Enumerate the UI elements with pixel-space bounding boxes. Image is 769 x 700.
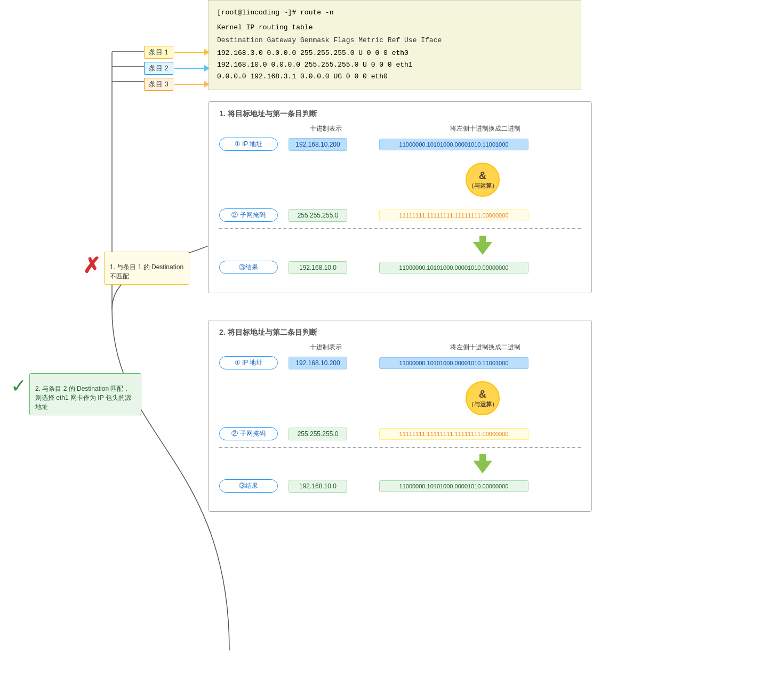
terminal-title: Kernel IP routing table bbox=[217, 22, 572, 34]
s1-dashed-line bbox=[219, 228, 581, 229]
s2-col1-header: 十进制表示 bbox=[294, 343, 358, 352]
s2-ip-label: ① IP 地址 bbox=[219, 356, 278, 369]
s2-and-symbol: & bbox=[479, 388, 486, 400]
section2-box: 2. 将目标地址与第二条目判断 十进制表示 将左侧十进制换成二进制 ① IP 地… bbox=[208, 320, 592, 512]
route-label-3: 条目 3 bbox=[144, 78, 205, 91]
s2-down-arrow bbox=[472, 454, 493, 473]
s1-mask-binary: 11111111.11111111.11111111.00000000 bbox=[379, 210, 528, 221]
s2-col2-header: 将左侧十进制换成二进制 bbox=[390, 343, 581, 352]
route-label-1: 条目 1 bbox=[144, 46, 205, 59]
label-box-1: 条目 1 bbox=[144, 46, 173, 59]
s1-ip-label: ① IP 地址 bbox=[219, 138, 278, 151]
terminal-command: [root@lincoding ~]# route -n bbox=[217, 7, 572, 19]
terminal-row-1: 192.168.3.0 0.0.0.0 255.255.255.0 U 0 0 … bbox=[217, 47, 572, 59]
s1-and-sub: （与运算） bbox=[468, 182, 498, 190]
s2-mask-binary: 11111111.11111111.11111111.00000000 bbox=[379, 428, 528, 440]
route-labels: 条目 1 条目 2 条目 3 bbox=[144, 46, 205, 91]
s1-result-decimal: 192.168.10.0 bbox=[289, 261, 347, 274]
annotation-match: 2. 与条目 2 的 Destination 匹配， 则选择 eth1 网卡作为… bbox=[29, 373, 141, 415]
terminal-row-2: 192.168.10.0 0.0.0.0 255.255.255.0 U 0 0… bbox=[217, 59, 572, 71]
annotation-mismatch: 1. 与条目 1 的 Destination 不匹配 bbox=[104, 252, 189, 285]
s2-mask-label: ② 子网掩码 bbox=[219, 427, 278, 440]
s2-result-label: ③结果 bbox=[219, 479, 278, 493]
s1-ip-decimal: 192.168.10.200 bbox=[289, 138, 347, 151]
s1-col2-header: 将左侧十进制换成二进制 bbox=[390, 124, 581, 133]
terminal-headers: Destination Gateway Genmask Flags Metric… bbox=[217, 35, 572, 46]
s1-mask-decimal: 255.255.255.0 bbox=[289, 209, 347, 222]
s2-ip-binary: 11000000.10101000.00001010.11001000 bbox=[379, 357, 528, 369]
x-mark: ✗ bbox=[83, 253, 101, 278]
s2-and-circle: & （与运算） bbox=[466, 381, 500, 415]
s1-and-circle: & （与运算） bbox=[466, 163, 500, 197]
s2-dashed-line bbox=[219, 447, 581, 448]
s2-result-decimal: 192.168.10.0 bbox=[289, 480, 347, 493]
section2-title: 2. 将目标地址与第二条目判断 bbox=[219, 328, 581, 337]
s1-result-binary: 11000000.10101000.00001010.00000000 bbox=[379, 262, 528, 273]
svg-marker-8 bbox=[473, 454, 492, 473]
svg-marker-7 bbox=[473, 236, 492, 255]
label-box-2: 条目 2 bbox=[144, 62, 173, 75]
check-mark: ✓ bbox=[11, 375, 27, 397]
s2-ip-decimal: 192.168.10.200 bbox=[289, 357, 347, 369]
s1-result-label: ③结果 bbox=[219, 261, 278, 274]
terminal-box: [root@lincoding ~]# route -n Kernel IP r… bbox=[208, 0, 581, 90]
terminal-row-3: 0.0.0.0 192.168.3.1 0.0.0.0 UG 0 0 0 eth… bbox=[217, 71, 572, 83]
s1-col1-header: 十进制表示 bbox=[294, 124, 358, 133]
section1-box: 1. 将目标地址与第一条目判断 十进制表示 将左侧十进制换成二进制 ① IP 地… bbox=[208, 101, 592, 293]
s2-and-sub: （与运算） bbox=[468, 400, 498, 408]
s2-result-binary: 11000000.10101000.00001010.00000000 bbox=[379, 480, 528, 492]
section1-title: 1. 将目标地址与第一条目判断 bbox=[219, 109, 581, 119]
s1-and-symbol: & bbox=[479, 170, 486, 182]
s2-mask-decimal: 255.255.255.0 bbox=[289, 428, 347, 440]
route-label-2: 条目 2 bbox=[144, 62, 205, 75]
label-box-3: 条目 3 bbox=[144, 78, 173, 91]
s1-down-arrow bbox=[472, 236, 493, 255]
s1-ip-binary: 11000000.10101000.00001010.11001000 bbox=[379, 139, 528, 150]
s1-mask-label: ② 子网掩码 bbox=[219, 208, 278, 222]
